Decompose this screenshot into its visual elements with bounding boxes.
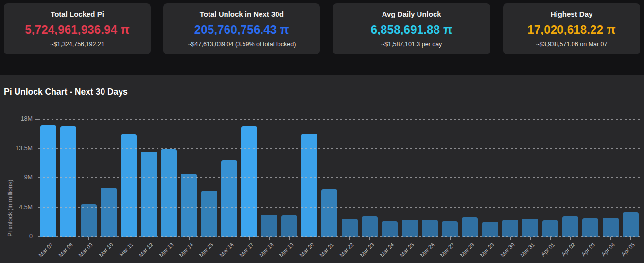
- x-axis-tick: [209, 237, 209, 240]
- x-axis-tick: [69, 237, 69, 240]
- card-value: 6,858,691.88 π: [333, 23, 490, 36]
- x-axis-tick-label: Mar 19: [278, 242, 295, 258]
- x-axis-tick-label: Mar 18: [259, 242, 275, 258]
- x-axis-tick-label: Mar 27: [439, 242, 455, 258]
- unlock-bar-mar-18[interactable]: [261, 215, 277, 237]
- x-axis-tick-label: Mar 13: [158, 242, 174, 258]
- y-axis-tick-label: 0: [0, 233, 33, 240]
- unlock-bar-mar-28[interactable]: [462, 217, 478, 237]
- x-axis-tick-label: Mar 26: [419, 242, 435, 258]
- card-subtitle: ~$3,938,571.06 on Mar 07: [503, 41, 640, 48]
- unlock-bar-mar-17[interactable]: [241, 126, 257, 237]
- x-axis-tick: [229, 237, 229, 240]
- unlock-bar-mar-15[interactable]: [201, 191, 217, 237]
- x-axis-tick: [410, 237, 410, 240]
- x-axis-tick-label: Apr 02: [560, 242, 575, 257]
- unlock-bar-mar-10[interactable]: [101, 188, 117, 237]
- x-axis-tick: [289, 237, 290, 240]
- unlock-bar-mar-30[interactable]: [502, 220, 518, 237]
- gridline-0: [38, 236, 640, 237]
- card-subtitle: ~$1,587,101.3 per day: [333, 41, 490, 48]
- x-axis-tick: [49, 237, 49, 240]
- x-axis-tick: [149, 237, 149, 240]
- x-axis-tick-label: Mar 07: [37, 242, 54, 258]
- unlock-bar-mar-29[interactable]: [482, 222, 498, 237]
- x-axis-tick: [129, 237, 129, 240]
- card-value: 17,020,618.22 π: [503, 23, 640, 36]
- x-axis-tick-label: Apr 03: [580, 242, 596, 257]
- unlock-bar-mar-14[interactable]: [181, 174, 197, 237]
- gridline-13.5M: [38, 148, 640, 149]
- x-axis-tick: [109, 237, 109, 240]
- x-axis-tick-label: Mar 24: [379, 242, 395, 258]
- unlock-bar-mar-07[interactable]: [40, 125, 56, 237]
- unlock-bar-apr-04[interactable]: [603, 218, 619, 237]
- x-axis-tick-label: Apr 05: [620, 242, 636, 257]
- card-subtitle: ~$47,613,039.04 (3.59% of total locked): [163, 41, 320, 48]
- unlock-bar-apr-02[interactable]: [562, 216, 578, 237]
- card-subtitle: ~$1,324,756,192.21: [4, 41, 151, 48]
- unlock-bar-mar-23[interactable]: [362, 216, 378, 237]
- card-title: Total Unlock in Next 30d: [163, 10, 320, 18]
- unlock-bar-mar-27[interactable]: [442, 221, 458, 237]
- y-axis-tick: [35, 149, 38, 149]
- card-total-unlock-30d: Total Unlock in Next 30d 205,760,756.43 …: [163, 3, 320, 54]
- unlock-bar-mar-08[interactable]: [60, 126, 76, 237]
- x-axis-tick-label: Mar 29: [479, 242, 496, 258]
- x-axis-tick-label: Mar 31: [520, 242, 536, 258]
- x-axis-tick-label: Mar 14: [178, 242, 194, 258]
- unlock-bar-mar-09[interactable]: [81, 204, 97, 237]
- x-axis-tick: [550, 237, 551, 240]
- unlock-bar-mar-13[interactable]: [161, 149, 177, 237]
- chart-title: Pi Unlock Chart - Next 30 Days: [4, 87, 128, 97]
- card-total-locked: Total Locked Pi 5,724,961,936.94 π ~$1,3…: [4, 3, 151, 54]
- y-axis-tick-label: 18M: [0, 115, 33, 122]
- card-value: 205,760,756.43 π: [163, 23, 320, 36]
- x-axis-tick: [530, 237, 531, 240]
- gridline-4.5M: [38, 207, 640, 208]
- unlock-bar-mar-12[interactable]: [141, 152, 157, 237]
- x-axis-tick-label: Mar 25: [399, 242, 416, 258]
- x-axis-tick: [610, 237, 611, 240]
- card-title: Total Locked Pi: [4, 10, 151, 18]
- x-axis-tick: [330, 237, 330, 240]
- x-axis-tick-label: Mar 10: [98, 242, 114, 258]
- unlock-bar-mar-21[interactable]: [321, 189, 337, 237]
- x-axis-tick: [310, 237, 310, 240]
- x-axis-tick-label: Mar 30: [499, 242, 516, 258]
- unlock-bar-apr-05[interactable]: [623, 212, 639, 237]
- x-axis-tick: [490, 237, 490, 240]
- y-axis-tick: [35, 178, 38, 178]
- x-axis-tick: [349, 237, 350, 240]
- x-axis-tick: [630, 237, 631, 240]
- x-axis-tick: [450, 237, 451, 240]
- unlock-bar-mar-25[interactable]: [402, 220, 418, 237]
- unlock-bar-mar-11[interactable]: [121, 134, 137, 237]
- card-avg-daily-unlock: Avg Daily Unlock 6,858,691.88 π ~$1,587,…: [333, 3, 490, 54]
- x-axis-tick-label: Mar 28: [459, 242, 476, 258]
- x-axis-tick: [369, 237, 370, 240]
- x-axis-tick: [88, 237, 89, 240]
- x-axis-tick-label: Mar 17: [238, 242, 255, 258]
- unlock-bar-apr-03[interactable]: [582, 218, 598, 237]
- card-title: Highest Day: [503, 10, 640, 18]
- unlock-chart-panel: Pi Unlock Chart - Next 30 Days Pi unlock…: [0, 75, 644, 263]
- unlock-bar-mar-24[interactable]: [382, 221, 398, 237]
- x-axis-tick: [249, 237, 250, 240]
- gridline-9M: [38, 177, 640, 178]
- x-axis-tick-label: Apr 01: [540, 242, 556, 257]
- x-axis-tick-label: Apr 04: [600, 242, 616, 257]
- x-axis-tick: [570, 237, 571, 240]
- unlock-bar-mar-16[interactable]: [221, 160, 237, 237]
- stats-row: Total Locked Pi 5,724,961,936.94 π ~$1,3…: [0, 0, 644, 54]
- unlock-bar-apr-01[interactable]: [542, 220, 558, 237]
- x-axis-tick-label: Mar 21: [319, 242, 335, 258]
- unlock-bar-mar-22[interactable]: [342, 219, 358, 237]
- gridline-18M: [38, 119, 640, 120]
- y-axis-tick: [35, 119, 38, 120]
- unlock-bar-mar-31[interactable]: [522, 219, 538, 237]
- y-axis-tick: [35, 237, 38, 237]
- unlock-bar-mar-26[interactable]: [422, 220, 438, 237]
- unlock-bar-mar-19[interactable]: [281, 215, 297, 237]
- x-axis-tick-label: Mar 22: [339, 242, 355, 258]
